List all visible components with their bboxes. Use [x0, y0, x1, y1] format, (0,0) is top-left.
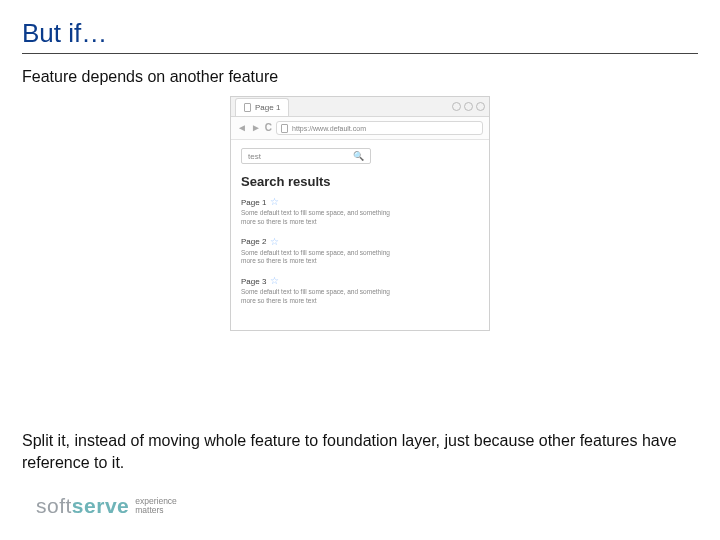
url-text: https://www.default.com: [292, 125, 366, 132]
slide-body-text: Split it, instead of moving whole featur…: [22, 430, 698, 473]
star-icon[interactable]: ☆: [270, 197, 279, 207]
window-button[interactable]: [464, 102, 473, 111]
tab-label: Page 1: [255, 103, 280, 112]
result-snippet: Some default text to fill some space, an…: [241, 288, 391, 306]
result-title[interactable]: Page 3: [241, 277, 266, 286]
page-icon: [244, 103, 251, 112]
logo-wordmark: softserve: [36, 494, 129, 518]
tab-bar: Page 1: [231, 97, 489, 117]
window-button[interactable]: [476, 102, 485, 111]
search-result: Page 1 ☆ Some default text to fill some …: [241, 197, 479, 227]
title-rule: [22, 53, 698, 54]
result-title[interactable]: Page 1: [241, 198, 266, 207]
back-button[interactable]: ◄: [237, 123, 247, 133]
url-bar[interactable]: https://www.default.com: [276, 121, 483, 135]
results-heading: Search results: [241, 174, 479, 189]
logo-tag-line2: matters: [135, 505, 163, 515]
browser-mockup-wrap: Page 1 ◄ ► C https://www.default.com: [22, 96, 698, 331]
star-icon[interactable]: ☆: [270, 276, 279, 286]
page-content: test 🔍 Search results Page 1 ☆ Some defa…: [231, 140, 489, 330]
star-icon[interactable]: ☆: [270, 237, 279, 247]
logo-part-serve: serve: [72, 494, 129, 517]
search-input[interactable]: test 🔍: [241, 148, 371, 164]
softserve-logo: softserve experience matters: [36, 494, 177, 518]
search-result: Page 3 ☆ Some default text to fill some …: [241, 276, 479, 306]
browser-window: Page 1 ◄ ► C https://www.default.com: [230, 96, 490, 331]
slide-title: But if…: [22, 18, 698, 49]
logo-tagline: experience matters: [135, 497, 177, 515]
result-snippet: Some default text to fill some space, an…: [241, 249, 391, 267]
slide: But if… Feature depends on another featu…: [0, 0, 720, 540]
window-controls: [452, 102, 485, 111]
result-title[interactable]: Page 2: [241, 237, 266, 246]
page-icon: [281, 124, 288, 133]
window-button[interactable]: [452, 102, 461, 111]
slide-subtitle: Feature depends on another feature: [22, 68, 698, 86]
forward-button[interactable]: ►: [251, 123, 261, 133]
search-icon: 🔍: [353, 151, 364, 161]
search-result: Page 2 ☆ Some default text to fill some …: [241, 237, 479, 267]
search-value: test: [248, 152, 261, 161]
result-snippet: Some default text to fill some space, an…: [241, 209, 391, 227]
logo-part-soft: soft: [36, 494, 72, 517]
reload-button[interactable]: C: [265, 123, 272, 133]
browser-tab[interactable]: Page 1: [235, 98, 289, 116]
nav-bar: ◄ ► C https://www.default.com: [231, 117, 489, 140]
